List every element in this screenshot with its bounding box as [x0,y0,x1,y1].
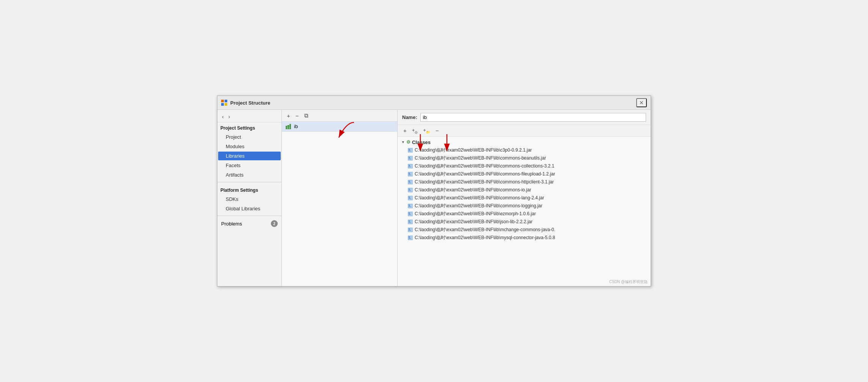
svg-rect-52 [409,222,411,223]
right-add-button[interactable]: + [401,127,409,135]
app-icon [221,100,227,106]
svg-rect-28 [409,175,411,175]
svg-rect-59 [409,238,410,238]
svg-rect-58 [409,236,410,237]
jar-icon [407,155,413,161]
sidebar-item-project[interactable]: Project [218,133,281,141]
jar-icon [407,171,413,177]
svg-rect-32 [409,183,411,183]
svg-rect-49 [408,220,413,224]
svg-rect-24 [409,167,411,167]
title-bar: Project Structure ✕ [217,96,651,110]
svg-rect-37 [408,196,413,200]
svg-rect-41 [408,204,413,208]
right-remove-button[interactable]: − [434,127,441,135]
svg-rect-54 [409,229,410,229]
jar-entry-8[interactable]: C:\laoding\临时\exam02\web\WEB-INF\lib\ezm… [398,210,651,218]
svg-rect-22 [409,165,410,166]
classes-label: Classes [412,139,431,145]
tree-expand-arrow: ▼ [401,140,405,144]
svg-rect-44 [409,207,411,207]
problems-label: Problems [221,221,242,227]
svg-rect-31 [409,182,410,182]
right-add-jar-button[interactable]: +📁 [421,127,432,135]
sidebar-divider [217,182,281,182]
jar-entry-2[interactable]: C:\laoding\临时\exam02\web\WEB-INF\lib\com… [398,162,651,170]
jar-entry-11[interactable]: C:\laoding\临时\exam02\web\WEB-INF\lib\mys… [398,234,651,242]
svg-rect-26 [409,173,410,174]
jar-entry-6[interactable]: C:\laoding\临时\exam02\web\WEB-INF\lib\com… [398,194,651,202]
back-button[interactable]: ‹ [220,113,225,121]
library-icon [286,124,292,129]
copy-library-button[interactable]: ⧉ [302,111,310,120]
jar-icon [407,235,413,240]
svg-rect-2 [221,103,224,106]
right-add-maven-button[interactable]: +◎ [410,127,420,135]
svg-rect-20 [409,159,411,159]
center-toolbar: + − ⧉ [282,110,397,122]
svg-rect-45 [408,212,413,216]
svg-rect-18 [409,157,410,158]
tree-classes-root[interactable]: ▼ ⚙ Classes [398,138,651,146]
svg-rect-47 [409,214,410,214]
svg-rect-33 [408,188,413,192]
svg-rect-17 [408,156,413,160]
svg-rect-55 [409,230,410,230]
jar-icon [407,187,413,193]
svg-rect-6 [288,125,289,129]
svg-rect-53 [408,228,413,232]
jar-entry-3[interactable]: C:\laoding\临时\exam02\web\WEB-INF\lib\com… [398,170,651,178]
forward-button[interactable]: › [227,113,232,121]
classes-tree: ▼ ⚙ Classes C:\laoding\临时\exam02\web\WEB… [398,137,651,286]
nav-header: ‹ › [217,111,281,122]
svg-rect-38 [409,197,410,197]
platform-settings-header: Platform Settings [217,185,281,194]
svg-rect-7 [289,124,291,129]
svg-rect-29 [408,180,413,184]
sidebar-item-artifacts[interactable]: Artifacts [218,171,281,179]
svg-rect-57 [408,236,413,240]
jar-icon [407,211,413,216]
jar-icon [407,227,413,232]
jar-entry-4[interactable]: C:\laoding\临时\exam02\web\WEB-INF\lib\com… [398,178,651,186]
svg-rect-56 [409,230,411,231]
jar-entry-0[interactable]: C:\laoding\临时\exam02\web\WEB-INF\lib\c3p… [398,146,651,154]
sidebar-item-modules[interactable]: Modules [218,142,281,151]
svg-rect-23 [409,166,410,166]
svg-rect-13 [408,148,413,152]
problems-badge: 2 [271,220,278,227]
classes-icon: ⚙ [406,139,410,145]
jar-entry-1[interactable]: C:\laoding\临时\exam02\web\WEB-INF\lib\com… [398,154,651,162]
library-item-ib[interactable]: ib [282,122,397,132]
close-button[interactable]: ✕ [636,98,647,107]
sidebar-divider-2 [217,216,281,216]
center-panel: + − ⧉ [282,110,398,286]
library-name: ib [294,124,298,129]
jar-entry-10[interactable]: C:\laoding\临时\exam02\web\WEB-INF\lib\mch… [398,226,651,234]
svg-rect-15 [409,150,410,150]
sidebar-item-facets[interactable]: Facets [218,161,281,170]
jar-entry-9[interactable]: C:\laoding\临时\exam02\web\WEB-INF\lib\jso… [398,218,651,226]
jar-entry-5[interactable]: C:\laoding\临时\exam02\web\WEB-INF\lib\com… [398,186,651,194]
jar-icon [407,147,413,153]
svg-rect-34 [409,189,410,189]
jar-list: C:\laoding\临时\exam02\web\WEB-INF\lib\c3p… [398,146,651,242]
problems-row[interactable]: Problems 2 [218,219,281,229]
project-structure-window: Project Structure ✕ ‹ › Project Settings… [217,96,651,286]
jar-entry-7[interactable]: C:\laoding\临时\exam02\web\WEB-INF\lib\com… [398,202,651,210]
name-input[interactable] [420,113,646,122]
svg-rect-5 [286,126,287,129]
project-settings-header: Project Settings [217,122,281,132]
svg-rect-16 [409,151,411,151]
jar-icon [407,163,413,169]
svg-rect-21 [408,164,413,168]
sidebar-item-sdks[interactable]: SDKs [218,195,281,204]
add-library-button[interactable]: + [285,112,292,120]
remove-library-button[interactable]: − [294,112,301,120]
sidebar-item-global-libraries[interactable]: Global Libraries [218,204,281,213]
sidebar: ‹ › Project Settings Project Modules Lib… [217,110,282,286]
svg-rect-0 [221,100,224,102]
svg-rect-25 [408,172,413,176]
name-label: Name: [402,114,417,120]
sidebar-item-libraries[interactable]: Libraries [218,152,281,160]
